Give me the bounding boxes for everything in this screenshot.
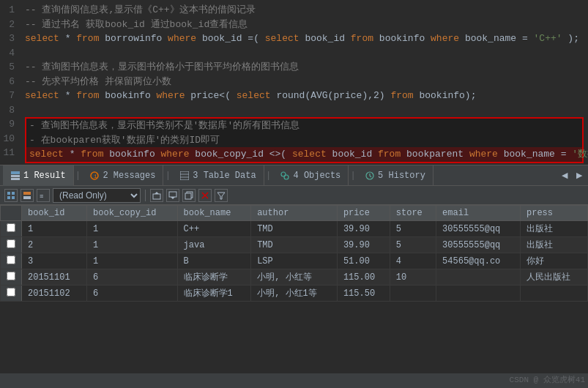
col-store[interactable]: store xyxy=(390,206,436,221)
watermark: CSDN @ 众览虎树41 xyxy=(510,374,585,385)
col-price[interactable]: price xyxy=(337,206,390,221)
table-row[interactable]: 21javaTMD39.90530555555@qq出版社 xyxy=(1,237,588,253)
tabs-bar: 1 Result | i 2 Messages | 3 Table Data |… xyxy=(0,165,588,186)
tab-objects[interactable]: 4 Objects xyxy=(272,165,349,186)
code-line-7: select * from bookinfo where price<( sel… xyxy=(23,89,585,103)
toolbar-btn-copy[interactable] xyxy=(182,189,196,202)
tab-objects-label: 4 Objects xyxy=(293,171,340,181)
code-line-5: -- 查询图书信息表，显示图书价格小于图书平均价格的图书信息 xyxy=(23,60,585,75)
code-line-10: - 在bookparen获取'数据库'的类别ID即可 xyxy=(26,133,582,148)
table-header-row: book_id book_copy_id book_name author pr… xyxy=(1,206,588,221)
svg-rect-16 xyxy=(23,196,31,199)
svg-marker-19 xyxy=(155,192,159,194)
toolbar-btn-filter[interactable] xyxy=(215,189,228,202)
table-row[interactable]: 31BLSP51.00454565@qq.co你好 xyxy=(1,253,588,269)
result-table: book_id book_copy_id book_name author pr… xyxy=(0,205,588,302)
code-line-6: -- 先求平均价格 并保留两位小数 xyxy=(23,75,585,89)
history-icon xyxy=(365,171,375,181)
table-row[interactable]: 201511026临床诊断学1小明, 小红1等115.50 xyxy=(1,286,588,302)
svg-rect-14 xyxy=(12,196,15,199)
readonly-select[interactable]: (Read Only) xyxy=(53,188,141,203)
code-line-8 xyxy=(23,103,585,118)
svg-point-9 xyxy=(284,175,289,179)
result-table-container[interactable]: book_id book_copy_id book_name author pr… xyxy=(0,205,588,373)
tab-messages[interactable]: i 2 Messages xyxy=(82,165,163,186)
svg-text:≡: ≡ xyxy=(40,193,43,200)
col-author[interactable]: author xyxy=(251,206,338,221)
tab-nav: ◀ ▶ xyxy=(559,169,585,182)
toolbar-separator xyxy=(145,190,146,201)
col-email[interactable]: email xyxy=(436,206,521,221)
col-book-id[interactable]: book_id xyxy=(22,206,87,221)
svg-rect-11 xyxy=(7,192,10,195)
objects-icon xyxy=(280,171,290,181)
code-line-4 xyxy=(23,46,585,61)
table-icon xyxy=(10,171,21,181)
tab-tabledata[interactable]: 3 Table Data xyxy=(172,165,264,186)
tab-messages-label: 2 Messages xyxy=(103,171,155,181)
table2-icon xyxy=(179,171,190,181)
col-book-copy-id[interactable]: book_copy_id xyxy=(87,206,178,221)
svg-rect-13 xyxy=(7,196,10,199)
tab-history-label: 5 History xyxy=(378,171,425,181)
svg-rect-15 xyxy=(23,192,31,195)
code-editor: 1 2 3 4 5 6 7 8 9 10 11 -- 查询借阅信息表,显示借《C… xyxy=(0,0,588,165)
tab-result[interactable]: 1 Result xyxy=(3,165,74,186)
code-line-9: - 查询图书信息表，显示图书类别不是'数据库'的所有图书信息 xyxy=(26,119,582,133)
tab-nav-right[interactable]: ▶ xyxy=(573,169,585,182)
col-book-name[interactable]: book_name xyxy=(177,206,251,221)
svg-rect-2 xyxy=(11,178,20,180)
toolbar-btn-delete[interactable] xyxy=(198,189,212,202)
code-content[interactable]: -- 查询借阅信息表,显示借《C++》这本书的借阅记录 -- 通过书名 获取bo… xyxy=(21,0,588,165)
code-line-2: -- 通过书名 获取book_id 通过book_id查看信息 xyxy=(23,18,585,32)
code-line-1: -- 查询借阅信息表,显示借《C++》这本书的借阅记录 xyxy=(23,3,585,18)
line-numbers: 1 2 3 4 5 6 7 8 9 10 11 xyxy=(0,0,21,165)
svg-rect-0 xyxy=(11,171,20,174)
code-line-3: select * from borrowinfo where book_id =… xyxy=(23,31,585,46)
tab-nav-left[interactable]: ◀ xyxy=(559,169,570,182)
toolbar-btn-import[interactable] xyxy=(166,189,179,202)
red-highlight-box: - 查询图书信息表，显示图书类别不是'数据库'的所有图书信息 - 在bookpa… xyxy=(25,117,584,163)
col-checkbox xyxy=(1,206,22,221)
toolbar-btn-3[interactable]: ≡ xyxy=(37,189,50,202)
svg-rect-18 xyxy=(153,194,160,199)
tab-result-label: 1 Result xyxy=(23,171,66,181)
bottom-panel: 1 Result | i 2 Messages | 3 Table Data |… xyxy=(0,165,588,388)
toolbar-btn-export[interactable] xyxy=(150,189,163,202)
code-line-11: select * from bookinfo where book_copy_i… xyxy=(26,147,582,162)
svg-rect-23 xyxy=(185,193,191,199)
table-row[interactable]: 11C++TMD39.90530555555@qq出版社 xyxy=(1,221,588,237)
result-toolbar: ≡ (Read Only) xyxy=(0,186,588,205)
toolbar-btn-1[interactable] xyxy=(4,189,18,202)
svg-rect-5 xyxy=(180,171,189,180)
svg-rect-20 xyxy=(169,192,176,197)
svg-marker-21 xyxy=(171,197,175,199)
svg-marker-26 xyxy=(217,193,225,199)
col-press[interactable]: press xyxy=(520,206,587,221)
toolbar-btn-2[interactable] xyxy=(21,189,34,202)
svg-text:i: i xyxy=(94,173,97,179)
tab-tabledata-label: 3 Table Data xyxy=(193,171,256,181)
svg-rect-12 xyxy=(12,192,15,195)
table-row[interactable]: 201511016临床诊断学小明, 小红等115.0010人民出版社 xyxy=(1,269,588,286)
svg-rect-1 xyxy=(11,175,20,177)
tab-history[interactable]: 5 History xyxy=(357,165,433,186)
info-icon: i xyxy=(89,171,100,181)
